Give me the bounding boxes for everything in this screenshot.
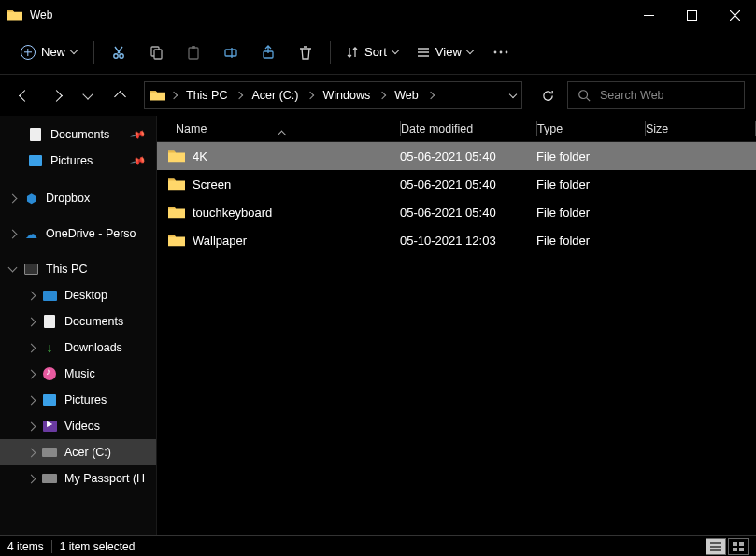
download-icon: ↓	[42, 340, 57, 355]
nav-documents[interactable]: Documents	[0, 308, 156, 335]
breadcrumb-item[interactable]: Web	[391, 89, 421, 102]
file-type: File folder	[536, 178, 645, 192]
separator	[51, 540, 52, 553]
copy-button[interactable]	[139, 37, 173, 67]
nav-pictures[interactable]: Pictures	[0, 387, 156, 413]
column-date[interactable]: Date modified	[401, 122, 536, 135]
separator	[93, 41, 94, 64]
rename-icon	[223, 45, 238, 60]
file-list: Name Date modified Type Size 4K05-06-202…	[157, 116, 756, 535]
svg-point-19	[579, 91, 588, 99]
dropbox-icon: ⬢	[23, 191, 38, 206]
svg-rect-24	[733, 542, 737, 546]
nav-desktop[interactable]: Desktop	[0, 282, 156, 308]
picture-icon	[42, 392, 57, 407]
more-button[interactable]	[484, 37, 518, 67]
svg-rect-7	[154, 50, 162, 59]
file-name: touchkeyboard	[193, 206, 272, 220]
refresh-icon	[541, 89, 555, 103]
pc-icon	[23, 262, 38, 277]
close-button[interactable]	[713, 0, 756, 30]
onedrive-icon: ☁	[23, 226, 38, 241]
forward-button[interactable]	[43, 82, 69, 108]
status-bar: 4 items 1 item selected	[0, 535, 756, 556]
search-placeholder: Search Web	[600, 89, 664, 102]
delete-button[interactable]	[289, 37, 322, 67]
nav-onedrive[interactable]: ☁ OneDrive - Perso	[0, 221, 156, 247]
rename-button[interactable]	[214, 37, 248, 67]
up-button[interactable]	[107, 82, 133, 108]
nav-dropbox[interactable]: ⬢ Dropbox	[0, 185, 156, 211]
nav-music[interactable]: Music	[0, 361, 156, 387]
chevron-right-icon	[307, 92, 314, 99]
file-name: 4K	[193, 150, 207, 164]
chevron-right-icon	[426, 92, 434, 99]
file-type: File folder	[536, 206, 645, 220]
file-type: File folder	[536, 234, 645, 248]
quick-access-pictures[interactable]: Pictures 📌	[0, 148, 156, 174]
arrow-left-icon	[19, 90, 31, 102]
chevron-down-icon	[8, 264, 18, 273]
document-icon	[42, 314, 57, 329]
svg-point-16	[493, 50, 496, 53]
chevron-down-icon	[466, 47, 474, 54]
file-date: 05-06-2021 05:40	[400, 150, 536, 164]
chevron-down-icon[interactable]	[509, 90, 517, 97]
file-row[interactable]: touchkeyboard05-06-2021 05:40File folder	[157, 198, 756, 226]
drive-icon	[42, 471, 57, 486]
cut-button[interactable]	[102, 37, 136, 67]
svg-rect-9	[192, 46, 195, 49]
recent-button[interactable]	[75, 82, 101, 108]
nav-this-pc[interactable]: This PC	[0, 256, 156, 282]
back-button[interactable]	[11, 82, 37, 108]
search-input[interactable]: Search Web	[567, 81, 745, 109]
chevron-right-icon	[27, 395, 36, 405]
nav-videos[interactable]: Videos	[0, 413, 156, 439]
column-name[interactable]: Name	[157, 122, 400, 135]
breadcrumb-item[interactable]: This PC	[182, 89, 231, 102]
document-icon	[28, 127, 43, 142]
music-icon	[42, 366, 57, 381]
nav-acer-drive[interactable]: Acer (C:)	[0, 439, 156, 465]
view-button[interactable]: View	[409, 37, 480, 67]
breadcrumb-item[interactable]: Windows	[319, 89, 374, 102]
paste-button[interactable]	[177, 37, 210, 67]
picture-icon	[28, 153, 43, 168]
folder-icon	[168, 149, 185, 164]
desktop-icon	[42, 288, 57, 303]
quick-access-documents[interactable]: Documents 📌	[0, 121, 156, 148]
minimize-button[interactable]	[627, 0, 670, 30]
file-row[interactable]: 4K05-06-2021 05:40File folder	[157, 142, 756, 170]
column-size[interactable]: Size	[646, 122, 755, 135]
new-button[interactable]: New	[11, 37, 86, 67]
file-row[interactable]: Wallpaper05-10-2021 12:03File folder	[157, 226, 756, 254]
file-row[interactable]: Screen05-06-2021 05:40File folder	[157, 170, 756, 198]
sort-button[interactable]: Sort	[338, 37, 406, 67]
column-type[interactable]: Type	[537, 122, 645, 135]
chevron-right-icon	[170, 92, 178, 99]
svg-rect-27	[739, 548, 744, 551]
file-name: Screen	[193, 178, 231, 192]
column-headers: Name Date modified Type Size	[157, 116, 756, 142]
refresh-button[interactable]	[534, 81, 562, 109]
selection-count: 1 item selected	[60, 540, 136, 553]
grid-view-button[interactable]	[728, 538, 749, 555]
grid-icon	[733, 542, 744, 551]
pin-icon: 📌	[130, 152, 148, 169]
svg-rect-8	[189, 48, 198, 59]
chevron-right-icon	[378, 92, 386, 99]
svg-rect-1	[687, 10, 696, 20]
breadcrumb[interactable]: This PC Acer (C:) Windows Web	[144, 81, 522, 109]
file-date: 05-10-2021 12:03	[400, 234, 536, 248]
maximize-button[interactable]	[670, 0, 713, 30]
details-view-button[interactable]	[706, 538, 726, 555]
svg-point-18	[505, 50, 507, 53]
nav-passport-drive[interactable]: My Passport (H	[0, 465, 156, 492]
folder-icon	[150, 89, 165, 102]
nav-downloads[interactable]: ↓ Downloads	[0, 335, 156, 361]
toolbar: New Sort View	[0, 30, 756, 75]
breadcrumb-item[interactable]: Acer (C:)	[248, 89, 302, 102]
share-button[interactable]	[251, 37, 285, 67]
svg-point-5	[120, 53, 123, 57]
svg-point-17	[499, 50, 502, 53]
